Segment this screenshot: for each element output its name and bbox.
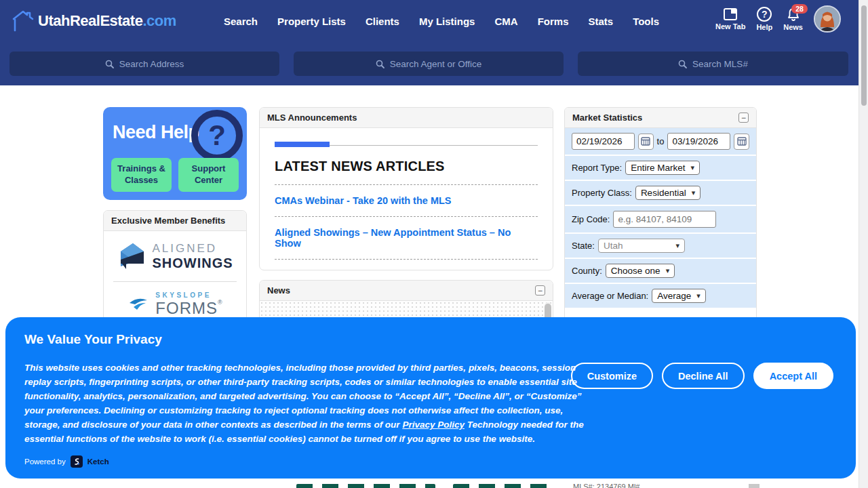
nav-item-stats[interactable]: Stats: [588, 16, 613, 27]
nav-item-my-listings[interactable]: My Listings: [419, 16, 475, 27]
skyslope-wordmark: SKYSLOPE FORMS®: [155, 291, 222, 318]
new-tab-label: New Tab: [715, 22, 745, 30]
mls-number-text: MLS#: 2134769 Ml#: [573, 483, 639, 488]
market-statistics-title: Market Statistics: [572, 113, 642, 123]
search-agent-placeholder: Search Agent or Office: [390, 59, 482, 69]
date-to-calendar-button[interactable]: [734, 134, 749, 150]
calendar-icon: [641, 137, 650, 146]
date-to-input[interactable]: [667, 133, 730, 150]
state-row: State: Utah▾: [565, 234, 756, 259]
search-address-placeholder: Search Address: [119, 59, 184, 69]
nav-item-cma[interactable]: CMA: [494, 16, 517, 27]
carousel-progress-bar: [275, 142, 330, 147]
news-collapse-button[interactable]: −: [535, 285, 545, 296]
avatar-image: [815, 7, 840, 31]
news-title: News: [267, 285, 290, 296]
property-class-label: Property Class:: [572, 188, 632, 198]
ketch-label: Ketch: [87, 458, 109, 466]
chevron-down-icon: ▾: [696, 291, 701, 300]
help-icon: ?: [757, 7, 772, 22]
market-statistics-header: Market Statistics −: [565, 108, 756, 128]
house-logo-icon: [9, 8, 37, 34]
search-address-input[interactable]: Search Address: [9, 52, 279, 76]
zip-code-label: Zip Code:: [572, 214, 610, 224]
aligned-showings-link[interactable]: ALIGNED SHOWINGS: [104, 231, 246, 281]
main-navigation: Search Property Lists Clients My Listing…: [224, 0, 659, 42]
nav-item-forms[interactable]: Forms: [538, 16, 569, 27]
news-badge: 28: [791, 4, 808, 14]
dashed-divider: [275, 259, 538, 260]
calendar-icon: [737, 137, 747, 146]
search-agent-input[interactable]: Search Agent or Office: [294, 52, 564, 76]
report-type-label: Report Type:: [572, 163, 622, 173]
need-help-card: Need Help ? Trainings & Classes Support …: [103, 107, 247, 200]
powered-by-label: Powered by: [24, 458, 66, 466]
need-help-buttons: Trainings & Classes Support Center: [111, 158, 239, 192]
mls-announcements-title: MLS Announcements: [267, 113, 357, 123]
aligned-showings-wordmark: ALIGNED SHOWINGS: [152, 242, 233, 271]
user-avatar[interactable]: [814, 5, 841, 33]
mls-announcements-header: MLS Announcements: [260, 108, 553, 128]
utility-icons: New Tab ? Help 28 News: [715, 5, 841, 33]
search-mls-placeholder: Search MLS#: [692, 59, 748, 69]
page-bottom-strip: MLS#: 2134769 Ml#: [0, 479, 859, 488]
county-row: County: Choose one▾: [565, 259, 756, 284]
cookie-consent-banner: We Value Your Privacy This website uses …: [5, 317, 856, 479]
carousel-progress: [275, 142, 538, 147]
state-label: State:: [572, 241, 595, 251]
property-class-row: Property Class: Residential▾: [565, 181, 756, 206]
header: UtahRealEstate.com Search Property Lists…: [0, 0, 859, 85]
clipped-headline-letters: [296, 484, 435, 488]
skyslope-icon: [127, 293, 150, 317]
search-icon: [678, 60, 687, 68]
search-mls-input[interactable]: Search MLS#: [578, 52, 848, 76]
powered-by-ketch[interactable]: Powered by Ketch: [24, 455, 109, 468]
article-link-cmas-webinar[interactable]: CMAs Webinar - Take 20 with the MLS: [275, 195, 538, 206]
date-from-input[interactable]: [572, 133, 635, 150]
nav-item-property-lists[interactable]: Property Lists: [277, 16, 346, 27]
average-median-row: Average or Median: Average▾: [565, 284, 756, 309]
ketch-logo-icon: [71, 455, 83, 468]
privacy-policy-link[interactable]: Privacy Policy: [402, 420, 465, 430]
news-button[interactable]: 28 News: [783, 7, 803, 31]
state-select[interactable]: Utah▾: [598, 239, 685, 253]
date-from-calendar-button[interactable]: [638, 134, 654, 150]
search-icon: [376, 60, 384, 68]
customize-button[interactable]: Customize: [571, 363, 653, 389]
site-logo[interactable]: UtahRealEstate.com: [9, 8, 176, 34]
chevron-down-icon: ▾: [666, 266, 670, 275]
article-link-aligned-showings[interactable]: Aligned Showings – New Appointment Statu…: [275, 227, 538, 249]
question-mark-icon: ?: [191, 110, 243, 161]
help-button[interactable]: ? Help: [756, 7, 772, 31]
county-select[interactable]: Choose one▾: [606, 264, 675, 278]
help-label: Help: [756, 23, 772, 31]
news-label: News: [783, 23, 803, 31]
page: UtahRealEstate.com Search Property Lists…: [0, 0, 868, 488]
privacy-banner-buttons: Customize Decline All Accept All: [571, 363, 833, 389]
page-scrollbar[interactable]: [859, 0, 868, 488]
mls-announcements-body: LATEST NEWS ARTICLES CMAs Webinar - Take…: [260, 128, 553, 260]
nav-item-tools[interactable]: Tools: [633, 16, 659, 27]
clipped-scrollbar-thumb: [749, 484, 760, 488]
nav-item-search[interactable]: Search: [224, 16, 258, 27]
report-type-select[interactable]: Entire Market▾: [625, 161, 700, 175]
chevron-down-icon: ▾: [692, 188, 696, 197]
property-class-select[interactable]: Residential▾: [635, 186, 701, 200]
privacy-banner-body: This website uses cookies and other trac…: [24, 361, 598, 446]
aligned-showings-icon: [117, 241, 146, 272]
zip-code-row: Zip Code:: [565, 206, 756, 234]
member-benefits-title: Exclusive Member Benefits: [111, 216, 225, 226]
new-tab-button[interactable]: New Tab: [715, 7, 745, 30]
accept-all-button[interactable]: Accept All: [753, 363, 833, 389]
support-center-button[interactable]: Support Center: [178, 158, 239, 192]
decline-all-button[interactable]: Decline All: [662, 363, 745, 389]
average-median-select[interactable]: Average▾: [652, 289, 706, 303]
market-statistics-form: to Report Type:: [565, 128, 756, 309]
page-scrollbar-thumb[interactable]: [861, 5, 867, 106]
logo-text: UtahRealEstate.com: [38, 12, 176, 30]
market-statistics-collapse-button[interactable]: −: [738, 113, 749, 123]
nav-item-clients[interactable]: Clients: [366, 16, 399, 27]
zip-code-input[interactable]: [613, 211, 716, 228]
search-icon: [105, 60, 114, 68]
trainings-classes-button[interactable]: Trainings & Classes: [111, 158, 172, 192]
